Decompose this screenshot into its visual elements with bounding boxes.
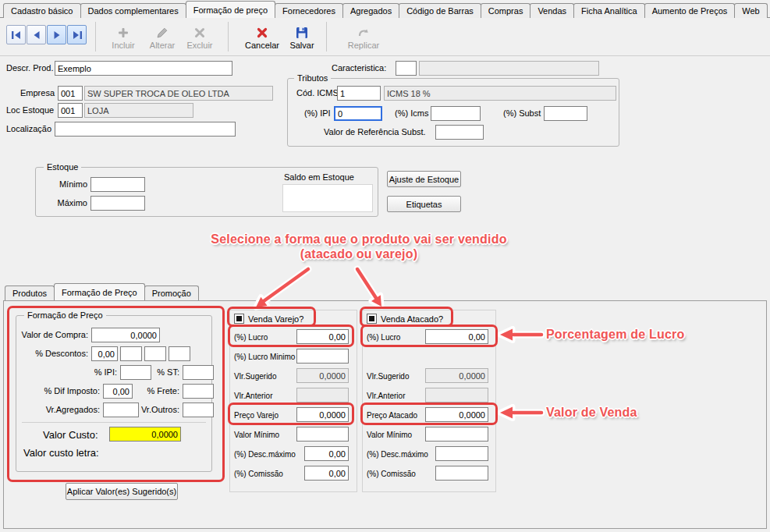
divider — [0, 55, 770, 56]
cod-icms-label: Cód. ICMS — [296, 88, 339, 98]
nav-previous-record-button[interactable] — [27, 25, 46, 44]
atacado-comissao-input[interactable] — [435, 466, 488, 481]
loc-estoque-code-input[interactable] — [58, 103, 83, 118]
replicar-button[interactable]: Replicar — [342, 22, 385, 55]
tab-compras[interactable]: Compras — [481, 3, 531, 18]
etiquetas-button[interactable]: Etiquetas — [387, 196, 461, 212]
varejo-vlr-sugerido-field[interactable] — [296, 368, 349, 383]
empresa-name-field[interactable] — [84, 86, 273, 101]
nav-next-record-button[interactable] — [47, 25, 66, 44]
desconto-4-input[interactable] — [169, 346, 190, 361]
valor-compra-input[interactable] — [91, 328, 160, 342]
tab-codigo-de-barras[interactable]: Código de Barras — [399, 3, 481, 18]
estoque-minimo-input[interactable] — [90, 177, 145, 192]
descr-prod-input[interactable] — [55, 61, 232, 76]
varejo-vlr-sugerido-label: Vlr.Sugerido — [234, 371, 276, 381]
delete-icon — [193, 27, 206, 39]
venda-atacado-checkbox[interactable] — [367, 314, 377, 324]
alterar-button[interactable]: Alterar — [144, 22, 181, 55]
varejo-vlr-anterior-label: Vlr.Anterior — [234, 391, 272, 401]
tab-fornecedores[interactable]: Fornecedores — [275, 3, 343, 18]
plus-icon — [117, 27, 130, 39]
varejo-comissao-input[interactable] — [304, 466, 349, 481]
desconto-3-input[interactable] — [144, 346, 166, 361]
nav-last-record-button[interactable] — [67, 25, 87, 44]
excluir-button[interactable]: Excluir — [181, 22, 218, 55]
tab-dados-complementares[interactable]: Dados complementares — [80, 3, 186, 18]
atacado-desc-maximo-input[interactable] — [435, 446, 488, 461]
tab-formacao-de-preco-sub[interactable]: Formação de Preço — [54, 283, 145, 300]
venda-varejo-label: Venda Varejo? — [248, 314, 303, 325]
atacado-valor-minimo-label: Valor Mínimo — [367, 430, 412, 440]
localizacao-label: Localização — [6, 124, 51, 134]
varejo-lucro-minimo-input[interactable] — [296, 349, 349, 364]
replicar-label: Replicar — [348, 41, 379, 50]
tab-cadastro-basico[interactable]: Cadastro básico — [3, 3, 81, 18]
perc-st-label: % ST: — [154, 367, 179, 378]
ajuste-de-estoque-button[interactable]: Ajuste de Estoque — [387, 171, 461, 187]
atacado-lucro-input[interactable] — [425, 329, 488, 344]
outros-input[interactable] — [183, 403, 214, 417]
tab-formacao-de-preco[interactable]: Formação de preço — [186, 1, 275, 18]
estoque-group-title: Estoque — [44, 162, 81, 172]
tab-agregados[interactable]: Agregados — [342, 3, 399, 18]
excluir-label: Excluir — [186, 41, 212, 50]
salvar-button[interactable]: Salvar — [284, 22, 320, 55]
formacao-group-title: Formação de Preço — [24, 310, 106, 320]
varejo-desc-maximo-input[interactable] — [304, 446, 349, 461]
perc-ipi-input[interactable] — [120, 365, 151, 380]
desconto-1-input[interactable] — [91, 346, 118, 361]
desconto-2-input[interactable] — [120, 346, 142, 361]
cancelar-button[interactable]: Cancelar — [240, 22, 284, 55]
tab-produtos[interactable]: Produtos — [5, 286, 55, 300]
valor-ref-subst-input[interactable] — [435, 125, 484, 140]
aplicar-valores-sugeridos-button[interactable]: Aplicar Valor(es) Sugerido(s) — [66, 483, 178, 500]
subst-input[interactable] — [544, 106, 587, 121]
empresa-code-input[interactable] — [58, 86, 83, 101]
incluir-button[interactable]: Incluir — [105, 22, 142, 55]
estoque-maximo-input[interactable] — [90, 196, 145, 211]
cod-icms-desc-field[interactable] — [384, 86, 616, 101]
atacado-vlr-anterior-field[interactable] — [425, 388, 488, 403]
atacado-vlr-sugerido-label: Vlr.Sugerido — [367, 371, 409, 381]
atacado-lucro-label: (%) Lucro — [367, 332, 400, 342]
dif-imposto-input[interactable] — [103, 384, 133, 399]
first-record-icon — [11, 30, 22, 40]
preco-varejo-label: Preço Varejo — [234, 410, 279, 420]
valor-custo-input[interactable] — [109, 427, 181, 442]
preco-atacado-input[interactable] — [425, 407, 488, 422]
caracteristica-code-input[interactable] — [396, 61, 417, 76]
tributos-group-title: Tributos — [294, 73, 331, 83]
tab-vendas[interactable]: Vendas — [530, 3, 574, 18]
valor-compra-label: Valor de Compra: — [20, 330, 88, 340]
tab-promocao[interactable]: Promoção — [144, 286, 199, 300]
estoque-maximo-label: Máximo — [55, 198, 87, 208]
previous-record-icon — [31, 30, 42, 40]
tab-ficha-analitica[interactable]: Ficha Analítica — [573, 3, 645, 18]
atacado-vlr-sugerido-field[interactable] — [425, 368, 488, 383]
loc-estoque-name-field[interactable] — [84, 103, 193, 118]
ipi-input[interactable] — [334, 106, 382, 121]
frete-input[interactable] — [183, 384, 214, 399]
icms-input[interactable] — [431, 106, 481, 121]
tab-aumento-de-precos[interactable]: Aumento de Preços — [644, 3, 736, 18]
varejo-valor-minimo-input[interactable] — [296, 427, 349, 442]
perc-st-input[interactable] — [183, 365, 214, 380]
caracteristica-desc-field[interactable] — [419, 61, 599, 76]
localizacao-input[interactable] — [55, 122, 236, 137]
varejo-lucro-minimo-label: (%) Lucro Minimo — [234, 352, 295, 362]
varejo-comissao-label: (%) Comissão — [234, 469, 283, 479]
venda-varejo-checkbox[interactable] — [234, 314, 244, 324]
preco-varejo-input[interactable] — [296, 407, 349, 422]
cod-icms-input[interactable] — [337, 86, 381, 101]
agregados-input[interactable] — [103, 403, 139, 417]
atacado-desc-maximo-label: (%) Desc.máximo — [367, 449, 428, 459]
incluir-label: Incluir — [112, 41, 134, 50]
nav-first-record-button[interactable] — [6, 25, 26, 44]
caracteristica-label: Caracteristica: — [332, 63, 386, 73]
varejo-lucro-input[interactable] — [296, 329, 349, 344]
atacado-valor-minimo-input[interactable] — [425, 427, 488, 442]
varejo-vlr-anterior-field[interactable] — [296, 388, 349, 403]
bottom-tab-strip: Produtos Formação de Preço Promoção — [5, 283, 198, 300]
tab-web[interactable]: Web — [734, 3, 767, 18]
